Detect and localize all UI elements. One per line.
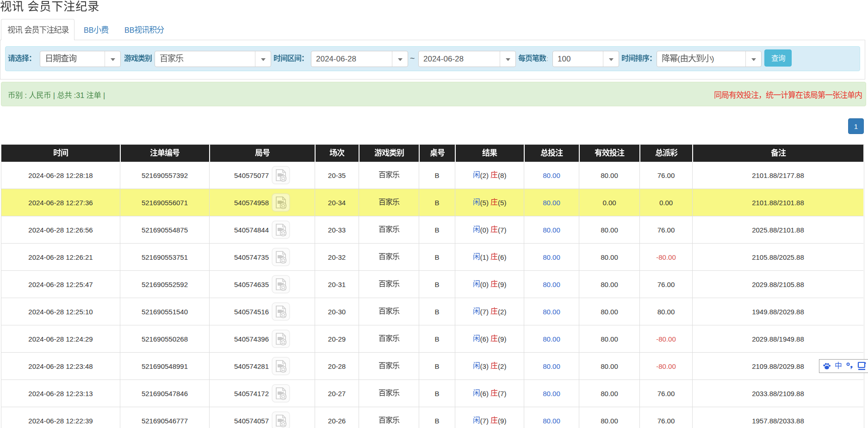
svg-text:(: ( [677, 55, 680, 63]
svg-text:|: | [101, 92, 105, 99]
svg-text:BB: BB [124, 26, 134, 34]
svg-text:2024-06-28: 2024-06-28 [316, 55, 356, 63]
svg-text:|: | [51, 92, 57, 99]
svg-text::: : [23, 92, 29, 99]
svg-text:2024-06-28: 2024-06-28 [423, 55, 464, 63]
svg-text:BB: BB [84, 26, 93, 34]
svg-text::31: :31 [72, 92, 86, 99]
svg-text:100: 100 [558, 55, 570, 63]
svg-text:): ) [712, 55, 714, 63]
